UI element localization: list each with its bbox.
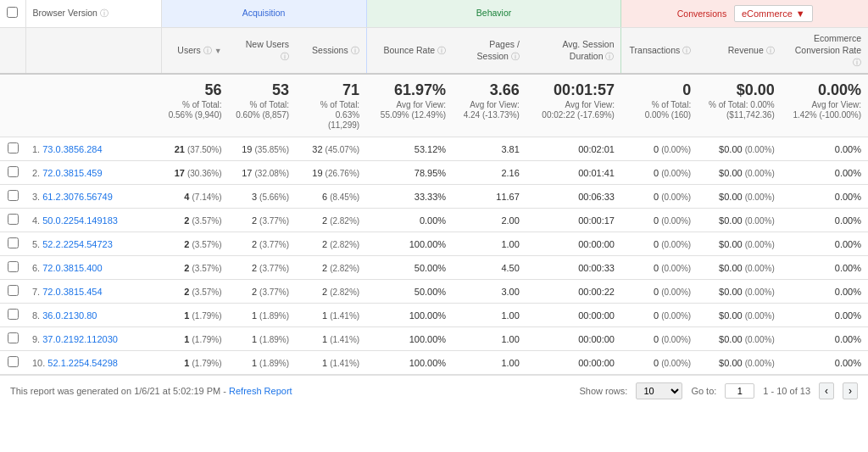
row-checkbox[interactable] xyxy=(8,285,19,296)
row-checkbox[interactable] xyxy=(8,332,19,343)
row-checkbox-cell xyxy=(0,185,25,209)
row-transactions: 0 (0.00%) xyxy=(621,232,698,256)
goto-input[interactable] xyxy=(725,383,754,399)
row-transactions: 0 (0.00%) xyxy=(621,209,698,232)
browser-link[interactable]: 37.0.2192.112030 xyxy=(42,334,118,344)
row-transactions: 0 (0.00%) xyxy=(621,185,698,209)
row-checkbox[interactable] xyxy=(8,166,19,177)
table-row: 7. 72.0.3815.454 2 (3.57%) 2 (3.77%) 2 (… xyxy=(0,280,868,304)
acquisition-group-header: Acquisition xyxy=(161,0,366,28)
browser-link[interactable]: 73.0.3856.284 xyxy=(42,144,102,154)
row-revenue: $0.00 (0.00%) xyxy=(698,161,782,185)
row-bounce-rate: 100.00% xyxy=(366,232,453,256)
th-browser xyxy=(25,28,161,74)
row-sessions: 1 (1.41%) xyxy=(296,351,366,375)
table-row: 10. 52.1.2254.54298 1 (1.79%) 1 (1.89%) … xyxy=(0,351,868,375)
row-revenue: $0.00 (0.00%) xyxy=(698,351,782,375)
table-row: 6. 72.0.3815.400 2 (3.57%) 2 (3.77%) 2 (… xyxy=(0,256,868,280)
row-browser: 10. 52.1.2254.54298 xyxy=(25,351,161,375)
row-pages-session: 4.50 xyxy=(453,256,526,280)
row-number: 10. xyxy=(32,358,45,368)
row-users: 1 (1.79%) xyxy=(161,351,229,375)
row-checkbox-cell xyxy=(0,161,25,185)
browser-link[interactable]: 72.0.3815.459 xyxy=(42,168,102,178)
row-revenue: $0.00 (0.00%) xyxy=(698,137,782,161)
row-browser: 4. 50.0.2254.149183 xyxy=(25,209,161,232)
row-ecommerce-conversion-rate: 0.00% xyxy=(782,161,868,185)
data-table: Browser Version ⓘ Acquisition Behavior C… xyxy=(0,0,868,375)
browser-link[interactable]: 61.2.3076.56749 xyxy=(42,192,113,202)
browser-link[interactable]: 72.0.3815.454 xyxy=(42,287,102,297)
refresh-report-link[interactable]: Refresh Report xyxy=(229,386,292,396)
row-checkbox-cell xyxy=(0,232,25,256)
th-pages-session: Pages / Session ⓘ xyxy=(453,28,526,74)
row-avg-session-duration: 00:00:00 xyxy=(526,304,621,327)
row-checkbox[interactable] xyxy=(8,190,19,201)
row-revenue: $0.00 (0.00%) xyxy=(698,280,782,304)
row-browser: 8. 36.0.2130.80 xyxy=(25,304,161,327)
totals-row: 56 % of Total: 0.56% (9,940) 53 % of Tot… xyxy=(0,74,868,137)
row-pages-session: 1.00 xyxy=(453,351,526,375)
browser-link[interactable]: 50.0.2254.149183 xyxy=(42,215,118,226)
row-sessions: 2 (2.82%) xyxy=(296,209,366,232)
row-checkbox[interactable] xyxy=(8,237,19,248)
avg-session-duration-help-icon: ⓘ xyxy=(605,52,614,61)
browser-link[interactable]: 52.2.2254.54723 xyxy=(42,239,113,249)
row-pages-session: 11.67 xyxy=(453,185,526,209)
row-ecommerce-conversion-rate: 0.00% xyxy=(782,209,868,232)
row-revenue: $0.00 (0.00%) xyxy=(698,232,782,256)
totals-transactions: 0 % of Total: 0.00% (160) xyxy=(621,74,698,137)
row-browser: 1. 73.0.3856.284 xyxy=(25,137,161,161)
row-browser: 9. 37.0.2192.112030 xyxy=(25,327,161,351)
row-bounce-rate: 33.33% xyxy=(366,185,453,209)
row-revenue: $0.00 (0.00%) xyxy=(698,256,782,280)
row-avg-session-duration: 00:00:33 xyxy=(526,256,621,280)
th-users: Users ⓘ ▼ xyxy=(161,28,229,74)
row-bounce-rate: 53.12% xyxy=(366,137,453,161)
next-page-button[interactable]: › xyxy=(843,382,858,399)
row-users: 17 (30.36%) xyxy=(161,161,229,185)
prev-page-button[interactable]: ‹ xyxy=(819,382,834,399)
row-checkbox-cell xyxy=(0,351,25,375)
row-avg-session-duration: 00:00:00 xyxy=(526,232,621,256)
row-revenue: $0.00 (0.00%) xyxy=(698,304,782,327)
row-sessions: 1 (1.41%) xyxy=(296,304,366,327)
row-new-users: 2 (3.77%) xyxy=(229,256,297,280)
browser-link[interactable]: 36.0.2130.80 xyxy=(42,310,97,321)
ecommerce-conversion-rate-help-icon: ⓘ xyxy=(853,58,861,67)
row-users: 2 (3.57%) xyxy=(161,280,229,304)
row-pages-session: 1.00 xyxy=(453,304,526,327)
row-checkbox[interactable] xyxy=(8,214,19,225)
row-new-users: 3 (5.66%) xyxy=(229,185,297,209)
browser-link[interactable]: 72.0.3815.400 xyxy=(42,263,102,273)
row-checkbox-cell xyxy=(0,209,25,232)
row-browser: 6. 72.0.3815.400 xyxy=(25,256,161,280)
row-checkbox-cell xyxy=(0,280,25,304)
totals-revenue: $0.00 % of Total: 0.00% ($11,742.36) xyxy=(698,74,782,137)
row-checkbox[interactable] xyxy=(8,356,19,367)
select-all-checkbox[interactable] xyxy=(7,7,18,18)
row-bounce-rate: 100.00% xyxy=(366,304,453,327)
row-sessions: 6 (8.45%) xyxy=(296,185,366,209)
row-ecommerce-conversion-rate: 0.00% xyxy=(782,280,868,304)
dropdown-arrow-icon: ▼ xyxy=(796,8,805,20)
row-transactions: 0 (0.00%) xyxy=(621,137,698,161)
bounce-rate-help-icon: ⓘ xyxy=(437,46,446,55)
row-checkbox[interactable] xyxy=(8,261,19,272)
row-browser: 2. 72.0.3815.459 xyxy=(25,161,161,185)
row-users: 21 (37.50%) xyxy=(161,137,229,161)
users-sort-icon[interactable]: ▼ xyxy=(214,47,222,55)
row-new-users: 17 (32.08%) xyxy=(229,161,297,185)
row-bounce-rate: 78.95% xyxy=(366,161,453,185)
row-checkbox[interactable] xyxy=(8,142,19,153)
group-header-row: Browser Version ⓘ Acquisition Behavior C… xyxy=(0,0,868,28)
browser-version-label: Browser Version xyxy=(33,8,97,18)
browser-link[interactable]: 52.1.2254.54298 xyxy=(47,358,118,368)
row-ecommerce-conversion-rate: 0.00% xyxy=(782,232,868,256)
row-sessions: 2 (2.82%) xyxy=(296,280,366,304)
table-row: 4. 50.0.2254.149183 2 (3.57%) 2 (3.77%) … xyxy=(0,209,868,232)
row-checkbox[interactable] xyxy=(8,309,19,320)
show-rows-select[interactable]: 10 25 50 100 500 1000 xyxy=(636,382,682,399)
ecommerce-dropdown[interactable]: eCommerce ▼ xyxy=(734,5,813,22)
row-pages-session: 1.00 xyxy=(453,327,526,351)
